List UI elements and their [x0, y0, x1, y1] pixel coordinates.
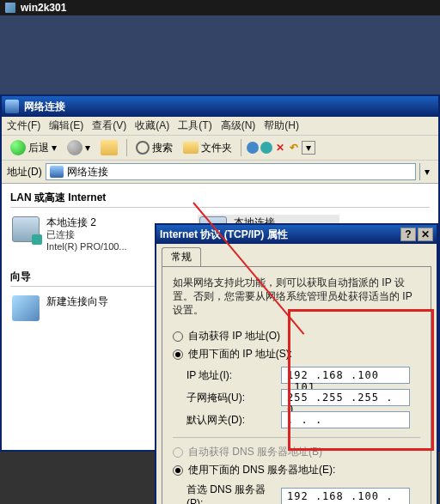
section-lan-header: LAN 或高速 Internet — [10, 189, 430, 208]
dialog-titlebar[interactable]: Internet 协议 (TCP/IP) 属性 ? ✕ — [156, 225, 437, 244]
radio-manual-ip-label: 使用下面的 IP 地址(S): — [188, 347, 292, 361]
folders-label: 文件夹 — [201, 141, 232, 155]
separator — [241, 139, 241, 156]
forward-icon — [67, 140, 82, 155]
mask-input[interactable]: 255 .255 .255 . 0 — [281, 389, 410, 406]
radio-auto-dns-row: 自动获得 DNS 服务器地址(B) — [173, 445, 420, 459]
radio-manual-ip-row[interactable]: 使用下面的 IP 地址(S): — [173, 347, 420, 361]
separator — [126, 139, 127, 156]
tcpip-properties-dialog: Internet 协议 (TCP/IP) 属性 ? ✕ 常规 如果网络支持此功能… — [155, 223, 438, 504]
views-dropdown[interactable]: ▾ — [302, 141, 315, 155]
chevron-down-icon: ▾ — [85, 142, 90, 154]
info-text: 如果网络支持此功能，则可以获取自动指派的 IP 设置。否则，您需要从网络系统管理… — [173, 276, 420, 317]
desktop-area — [0, 15, 440, 94]
menu-favorites[interactable]: 收藏(A) — [135, 118, 169, 133]
tab-strip: 常规 — [156, 244, 437, 266]
history-icon[interactable] — [247, 142, 259, 154]
mask-label: 子网掩码(U): — [186, 391, 281, 405]
search-label: 搜索 — [152, 141, 173, 155]
address-dropdown[interactable]: ▾ — [419, 163, 433, 180]
ip-label: IP 地址(I): — [186, 368, 281, 383]
vm-tab: win2k301 — [0, 0, 440, 15]
help-button[interactable]: ? — [400, 228, 416, 241]
dialog-title: Internet 协议 (TCP/IP) 属性 — [160, 228, 399, 242]
radio-icon — [173, 331, 183, 342]
folders-button[interactable]: 文件夹 — [180, 139, 235, 157]
window-title: 网络连接 — [24, 100, 435, 114]
connection-name: 本地连接 2 — [46, 216, 127, 228]
menu-tools[interactable]: 工具(T) — [178, 118, 211, 133]
window-icon — [5, 100, 19, 113]
radio-auto-dns-label: 自动获得 DNS 服务器地址(B) — [188, 445, 322, 459]
back-icon — [10, 140, 26, 155]
radio-icon — [173, 349, 183, 360]
tab-general[interactable]: 常规 — [162, 247, 201, 266]
menu-help[interactable]: 帮助(H) — [264, 118, 299, 133]
search-icon — [136, 141, 150, 155]
up-icon — [101, 140, 118, 155]
folders-icon — [183, 142, 199, 154]
toolbar-extra-icons: ✕ ↶ ▾ — [247, 141, 315, 155]
address-icon — [50, 166, 64, 178]
back-button[interactable]: 后退 ▾ — [7, 138, 60, 157]
refresh-icon[interactable] — [260, 142, 272, 154]
window-titlebar[interactable]: 网络连接 — [2, 96, 438, 117]
menu-advanced[interactable]: 高级(N) — [221, 118, 256, 133]
chevron-down-icon: ▾ — [52, 142, 57, 154]
vm-icon — [5, 3, 15, 13]
address-input[interactable]: 网络连接 — [46, 163, 416, 180]
radio-manual-dns-label: 使用下面的 DNS 服务器地址(E): — [188, 463, 335, 477]
menu-file[interactable]: 文件(F) — [7, 118, 40, 133]
search-button[interactable]: 搜索 — [132, 139, 176, 157]
forward-button[interactable]: ▾ — [64, 138, 94, 157]
undo-icon[interactable]: ↶ — [288, 142, 300, 154]
radio-icon — [173, 447, 183, 458]
delete-icon[interactable]: ✕ — [274, 142, 286, 154]
connection-status: 已连接 — [46, 228, 127, 240]
menu-edit[interactable]: 编辑(E) — [49, 118, 83, 133]
address-label: 地址(D) — [7, 165, 42, 179]
address-value: 网络连接 — [67, 165, 108, 179]
address-bar: 地址(D) 网络连接 ▾ — [2, 161, 438, 184]
wizard-icon — [12, 295, 40, 321]
radio-manual-dns-row[interactable]: 使用下面的 DNS 服务器地址(E): — [173, 463, 420, 477]
toolbar: 后退 ▾ ▾ 搜索 文件夹 ✕ ↶ ▾ — [2, 136, 438, 161]
up-button[interactable] — [97, 138, 121, 157]
radio-auto-ip-label: 自动获得 IP 地址(O) — [188, 329, 280, 343]
wizard-label: 新建连接向导 — [46, 295, 108, 307]
connection-device: Intel(R) PRO/100... — [46, 240, 127, 252]
menubar: 文件(F) 编辑(E) 查看(V) 收藏(A) 工具(T) 高级(N) 帮助(H… — [2, 117, 438, 136]
connection-item[interactable]: 本地连接 2 已连接 Intel(R) PRO/100... — [10, 215, 129, 254]
radio-icon — [173, 465, 183, 476]
dns1-label: 首选 DNS 服务器(P): — [186, 483, 281, 504]
radio-auto-ip-row[interactable]: 自动获得 IP 地址(O) — [173, 329, 420, 343]
menu-view[interactable]: 查看(V) — [92, 118, 126, 133]
gateway-label: 默认网关(D): — [186, 413, 281, 428]
dns1-input[interactable]: 192 .168 .100 . 1 — [281, 488, 410, 505]
connection-icon — [12, 216, 40, 242]
back-label: 后退 — [28, 141, 49, 155]
gateway-input[interactable]: . . . — [281, 411, 410, 428]
vm-title: win2k301 — [21, 2, 66, 14]
ip-input[interactable]: 192 .168 .100 .101 — [281, 367, 410, 384]
divider — [173, 437, 420, 438]
dialog-body: 如果网络支持此功能，则可以获取自动指派的 IP 设置。否则，您需要从网络系统管理… — [162, 266, 431, 504]
close-button[interactable]: ✕ — [418, 228, 433, 241]
